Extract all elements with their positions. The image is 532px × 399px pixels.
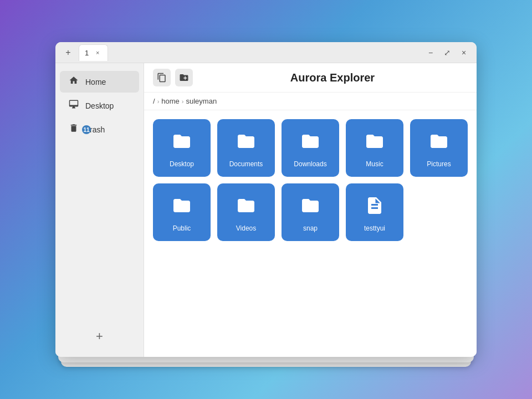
file-item-documents[interactable]: Documents <box>217 119 275 177</box>
sidebar-desktop-label: Desktop <box>85 101 114 110</box>
sidebar-item-desktop[interactable]: Desktop <box>60 95 139 116</box>
file-item-desktop[interactable]: Desktop <box>153 119 211 177</box>
file-item-testtyui[interactable]: testtyui <box>346 183 403 241</box>
file-name-pictures: Pictures <box>427 160 451 168</box>
home-icon <box>68 75 80 88</box>
file-item-pictures[interactable]: Pictures <box>410 119 468 177</box>
file-item-videos[interactable]: Videos <box>217 183 275 241</box>
folder-icon-desktop <box>172 131 192 156</box>
breadcrumb-current[interactable]: suleyman <box>186 97 217 105</box>
maximize-button[interactable]: ⤢ <box>441 47 453 59</box>
tab-1[interactable]: 1 × <box>79 44 108 61</box>
file-manager-window: + 1 × − ⤢ × H <box>55 42 477 357</box>
folder-icon-music <box>365 131 385 156</box>
file-name-documents: Documents <box>229 160 263 168</box>
trash-badge: 11 <box>82 125 91 134</box>
file-name-public: Public <box>173 224 191 232</box>
file-icon-testtyui <box>365 196 385 220</box>
sidebar-item-trash[interactable]: 11 Trash <box>60 119 139 140</box>
breadcrumb-sep-1: › <box>157 98 160 105</box>
file-name-music: Music <box>366 160 383 168</box>
window-controls: − ⤢ × <box>424 47 470 59</box>
content-area: Aurora Explorer / › home › suleyman <box>144 63 477 357</box>
file-name-snap: snap <box>303 224 318 232</box>
title-bar: + 1 × − ⤢ × <box>55 42 477 63</box>
file-name-downloads: Downloads <box>294 160 326 168</box>
new-tab-button[interactable]: + <box>62 47 74 59</box>
tab-close-button[interactable]: × <box>93 48 102 57</box>
file-name-videos: Videos <box>236 224 256 232</box>
toolbar: Aurora Explorer <box>144 63 477 93</box>
breadcrumb: / › home › suleyman <box>144 93 477 110</box>
file-item-music[interactable]: Music <box>346 119 403 177</box>
file-item-downloads[interactable]: Downloads <box>282 119 339 177</box>
folder-icon-snap <box>300 196 320 220</box>
file-name-testtyui: testtyui <box>364 224 385 232</box>
desktop-icon <box>68 99 80 112</box>
file-item-public[interactable]: Public <box>153 183 211 241</box>
new-folder-button[interactable] <box>175 69 193 86</box>
main-layout: Home Desktop 11 <box>55 63 477 357</box>
breadcrumb-home[interactable]: home <box>161 97 180 105</box>
sidebar: Home Desktop 11 <box>55 63 144 357</box>
close-button[interactable]: × <box>458 47 470 59</box>
file-item-snap[interactable]: snap <box>282 183 339 241</box>
file-name-desktop: Desktop <box>170 160 194 168</box>
sidebar-home-label: Home <box>85 78 106 86</box>
sidebar-item-home[interactable]: Home <box>60 71 139 93</box>
sidebar-add-button[interactable]: + <box>55 323 144 350</box>
folder-icon-videos <box>236 196 256 220</box>
breadcrumb-root[interactable]: / <box>153 97 155 105</box>
folder-icon-public <box>172 196 192 220</box>
folder-icon-documents <box>236 131 256 156</box>
tab-label: 1 <box>85 49 89 57</box>
folder-icon-pictures <box>429 131 449 156</box>
trash-icon: 11 <box>68 123 80 136</box>
breadcrumb-sep-2: › <box>182 98 184 105</box>
file-grid: Desktop Documents Downloads <box>144 110 477 250</box>
minimize-button[interactable]: − <box>424 47 437 59</box>
folder-icon-downloads <box>300 131 320 156</box>
copy-path-button[interactable] <box>153 69 171 86</box>
app-title: Aurora Explorer <box>197 71 468 84</box>
